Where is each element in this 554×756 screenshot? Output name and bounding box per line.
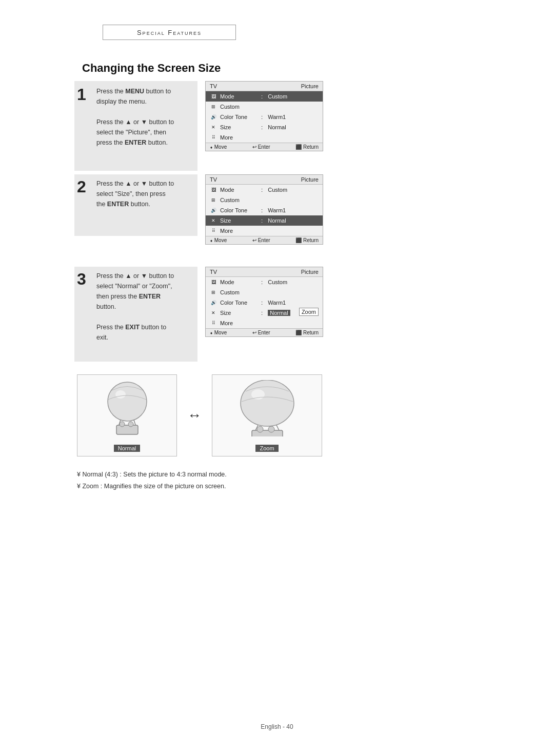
menu3-custom-label: Custom [220, 289, 256, 295]
menu3-more-row: ⠿ More [206, 318, 323, 328]
menu3-footer: ⬧ Move ↩ Enter ⬛ Return [206, 328, 323, 336]
menu2-custom-icon: ⊞ [210, 196, 217, 204]
step2-text: Press the ▲ or ▼ button to select "Size"… [96, 178, 176, 209]
menu3-size-label: Size [220, 310, 256, 316]
menu3-more-label: More [220, 320, 256, 326]
menu3-audio-icon: 🔊 [210, 299, 217, 306]
menu2-picture-icon: 🖼 [210, 186, 217, 193]
menu1-size-icon: ✕ [210, 124, 217, 131]
menu1-more-icon: ⠿ [210, 134, 217, 141]
svg-point-8 [251, 389, 265, 400]
menu3-custom-row: ⊞ Custom [206, 287, 323, 297]
menu2-mode-value: Custom [268, 187, 287, 193]
menu2-tv-label: TV [210, 176, 217, 183]
menu1-header: TV Picture [206, 82, 323, 91]
menu2-picture-label: Picture [301, 176, 319, 183]
step1-text: Press the MENU button to display the men… [96, 86, 176, 148]
menu3-return: ⬛ Return [295, 330, 319, 335]
menu3-colortone-value: Warm1 [268, 300, 286, 306]
menu2-return: ⬛ Return [295, 237, 319, 243]
svg-rect-11 [252, 430, 283, 436]
svg-point-5 [120, 422, 125, 427]
menu2-colortone-row: 🔊 Color Tone : Warm1 [206, 205, 323, 215]
page-title: Changing the Screen Size [82, 62, 221, 75]
header-title: Special Features [137, 29, 202, 36]
menu3-enter: ↩ Enter [252, 330, 270, 335]
menu1-footer: ⬧ Move ↩ Enter ⬛ Return [206, 143, 323, 151]
menu1-custom-icon: ⊞ [210, 103, 217, 110]
menu1-mode-value: Custom [268, 93, 287, 100]
step1-block: 1 Press the MENU button to display the m… [77, 86, 176, 148]
menu2-size-value: Normal [268, 217, 286, 224]
svg-point-13 [268, 426, 274, 432]
svg-point-0 [108, 382, 147, 421]
step1-menu: TV Picture 🖼 Mode : Custom ⊞ Custom 🔊 Co… [205, 81, 323, 151]
menu1-colortone-row: 🔊 Color Tone : Warm1 [206, 112, 323, 122]
menu3-mode-value: Custom [268, 279, 287, 285]
menu3-colortone-row: 🔊 Color Tone : Warm1 [206, 297, 323, 308]
normal-balloon-box: Normal [77, 374, 177, 456]
menu1-size-row: ✕ Size : Normal [206, 122, 323, 132]
step2-block: 2 Press the ▲ or ▼ button to select "Siz… [77, 178, 176, 209]
menu3-custom-icon: ⊞ [210, 289, 217, 296]
menu1-mode-row: 🖼 Mode : Custom [206, 91, 323, 102]
balloon-section: Normal ↔ Zoom [77, 374, 322, 456]
menu2-footer: ⬧ Move ↩ Enter ⬛ Return [206, 236, 323, 244]
step2-number: 2 [77, 178, 92, 195]
note-2: ¥ Zoom : Magnifies the size of the pictu… [77, 481, 227, 492]
menu2-more-icon: ⠿ [210, 227, 217, 234]
step3-menu: TV Picture 🖼 Mode : Custom ⊞ Custom 🔊 Co… [205, 267, 323, 337]
menu2-size-icon: ✕ [210, 217, 217, 224]
menu1-audio-icon: 🔊 [210, 113, 217, 121]
menu2-more-label: More [220, 228, 256, 234]
menu3-size-row: ✕ Size : Normal Zoom [206, 308, 323, 318]
notes-section: ¥ Normal (4:3) : Sets the picture to 4:3… [77, 469, 227, 492]
step1-number: 1 [77, 86, 92, 103]
menu3-colortone-label: Color Tone [220, 300, 256, 306]
menu1-picture-icon: 🖼 [210, 93, 217, 100]
menu1-return: ⬛ Return [295, 144, 319, 150]
svg-point-1 [115, 390, 126, 399]
page-footer: English - 40 [0, 723, 554, 730]
menu1-colortone-label: Color Tone [220, 114, 256, 120]
menu1-move: ⬧ Move [210, 144, 227, 150]
svg-point-12 [257, 426, 263, 432]
menu3-picture-icon: 🖼 [210, 278, 217, 286]
step3-block: 3 Press the ▲ or ▼ button to select "Nor… [77, 271, 176, 343]
menu2-size-label: Size [220, 217, 256, 224]
menu2-audio-icon: 🔊 [210, 207, 217, 214]
menu3-mode-row: 🖼 Mode : Custom [206, 277, 323, 287]
header-box: Special Features [103, 25, 236, 40]
menu3-mode-label: Mode [220, 279, 256, 285]
step3-text: Press the ▲ or ▼ button to select "Norma… [96, 271, 176, 343]
menu3-zoom-dropdown: Zoom [299, 308, 319, 316]
menu3-more-icon: ⠿ [210, 320, 217, 327]
footer-text: English - 40 [261, 723, 293, 730]
normal-balloon-svg [94, 380, 161, 436]
menu2-size-row: ✕ Size : Normal [206, 215, 323, 226]
balloon-arrow: ↔ [187, 407, 202, 424]
zoom-balloon-svg [226, 380, 308, 436]
menu2-more-row: ⠿ More [206, 226, 323, 236]
menu1-tv-label: TV [210, 83, 217, 89]
menu1-custom-row: ⊞ Custom [206, 102, 323, 112]
svg-point-6 [128, 422, 133, 427]
menu2-custom-row: ⊞ Custom [206, 195, 323, 205]
zoom-balloon-box: Zoom [212, 374, 322, 456]
menu1-colortone-value: Warm1 [268, 114, 286, 120]
menu2-mode-row: 🖼 Mode : Custom [206, 185, 323, 195]
menu1-mode-label: Mode [220, 93, 256, 100]
menu2-header: TV Picture [206, 175, 323, 185]
menu2-mode-label: Mode [220, 187, 256, 193]
menu2-colortone-value: Warm1 [268, 207, 286, 213]
menu2-enter: ↩ Enter [252, 237, 270, 243]
menu1-custom-label: Custom [220, 104, 256, 110]
zoom-balloon-label: Zoom [255, 445, 278, 452]
menu3-zoom-value: Zoom [302, 309, 316, 315]
menu1-picture-label: Picture [301, 83, 319, 89]
menu1-enter: ↩ Enter [252, 144, 270, 150]
menu3-move: ⬧ Move [210, 330, 227, 335]
menu1-more-row: ⠿ More [206, 132, 323, 143]
menu2-custom-label: Custom [220, 197, 256, 203]
menu3-picture-label: Picture [301, 269, 319, 275]
